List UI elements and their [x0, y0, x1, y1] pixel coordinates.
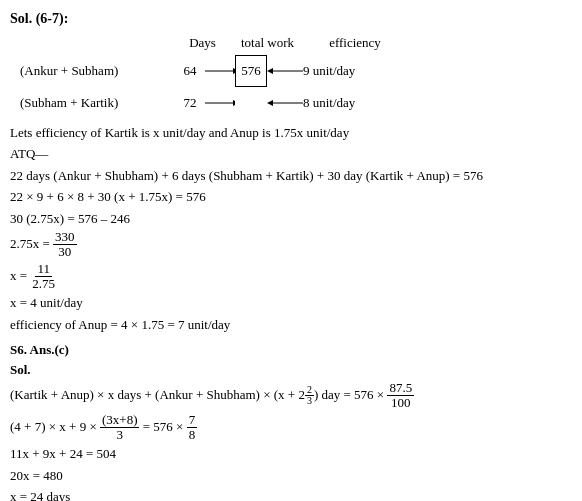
s6-line4: 20x = 480: [10, 466, 572, 486]
row2-eff: 8 unit/day: [303, 93, 355, 113]
solution-header: Sol. (6-7):: [10, 8, 572, 29]
line-eq4: 2.75x = 330 30: [10, 230, 572, 260]
row2-label: (Subham + Kartik): [20, 93, 175, 113]
row2-days: 72: [175, 93, 205, 113]
s6-line1: (Kartik + Anup) × x days + (Ankur + Shub…: [10, 381, 572, 411]
diagram: Days total work efficiency (Ankur + Subh…: [20, 33, 572, 119]
row1-label: (Ankur + Subham): [20, 61, 175, 81]
row1-days: 64: [175, 61, 205, 81]
fraction-11-275: 11 2.75: [30, 262, 57, 292]
svg-marker-5: [233, 100, 235, 106]
s6-ans-header: S6. Ans.(c): [10, 340, 572, 360]
svg-marker-3: [267, 68, 273, 74]
arrow-right-2: [205, 93, 235, 113]
header-days: Days: [175, 33, 230, 53]
diagram-headers: Days total work efficiency: [175, 33, 572, 53]
s6-line2: (4 + 7) × x + 9 × (3x+8) 3 = 576 × 7 8: [10, 413, 572, 443]
s6-section: S6. Ans.(c) Sol. (Kartik + Anup) × x day…: [10, 340, 572, 501]
row1-eff: 9 unit/day: [303, 61, 355, 81]
s6-line3: 11x + 9x + 24 = 504: [10, 444, 572, 464]
arrow-left-2: [267, 93, 303, 113]
diagram-row1: (Ankur + Subham) 64 576 9 unit/day: [20, 55, 572, 87]
fraction-7-8: 7 8: [187, 413, 198, 443]
s6-sol-label: Sol.: [10, 360, 572, 380]
line-anup-eff: efficiency of Anup = 4 × 1.75 = 7 unit/d…: [10, 315, 572, 335]
header-eff: efficiency: [305, 33, 405, 53]
fraction-875-100: 87.5 100: [387, 381, 414, 411]
line-efficiency-intro: Lets efficiency of Kartik is x unit/day …: [10, 123, 572, 143]
line-eq5: x = 11 2.75: [10, 262, 572, 292]
arrow-right-1: [205, 61, 235, 81]
fraction-330-30: 330 30: [53, 230, 77, 260]
solution-container: Sol. (6-7): Days total work efficiency (…: [10, 8, 572, 501]
diagram-row2: (Subham + Kartik) 72 8 unit/day: [20, 87, 572, 119]
header-total: total work: [230, 33, 305, 53]
line-eq3: 30 (2.75x) = 576 – 246: [10, 209, 572, 229]
line-eq2: 22 × 9 + 6 × 8 + 30 (x + 1.75x) = 576: [10, 187, 572, 207]
center-box: 576: [235, 55, 267, 87]
svg-marker-7: [267, 100, 273, 106]
line-atq: ATQ—: [10, 144, 572, 164]
fraction-2-3-inline: 23: [305, 385, 314, 406]
fraction-3x8-3: (3x+8) 3: [100, 413, 140, 443]
arrow-left-1: [267, 61, 303, 81]
solution-lines: Lets efficiency of Kartik is x unit/day …: [10, 123, 572, 335]
line-x-value: x = 4 unit/day: [10, 293, 572, 313]
s6-line5: x = 24 days: [10, 487, 572, 501]
line-eq1: 22 days (Ankur + Shubham) + 6 days (Shub…: [10, 166, 572, 186]
